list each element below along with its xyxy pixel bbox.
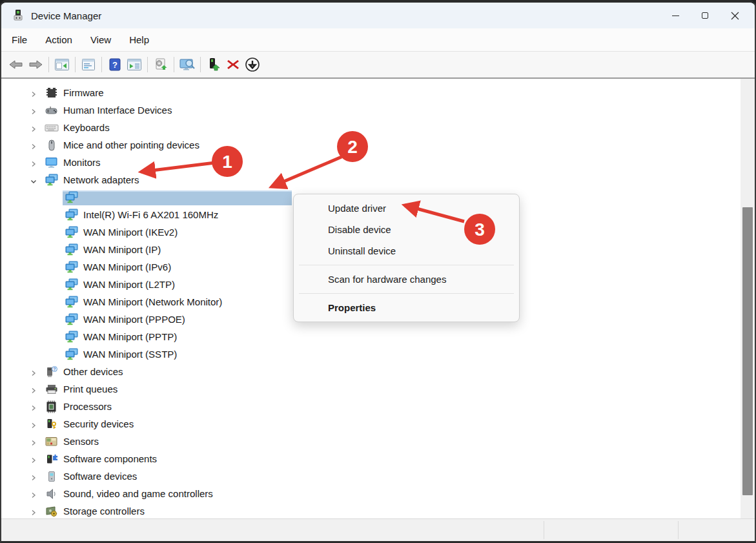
tree-row-mice-and-other-pointing-devices[interactable]: Mice and other pointing devices <box>1 137 739 154</box>
menu-action[interactable]: Action <box>36 28 81 51</box>
disable-device-button[interactable] <box>243 55 262 74</box>
toolbar-separator <box>48 57 49 72</box>
mouse-icon <box>45 139 59 152</box>
tree-label: Security devices <box>63 418 134 429</box>
chevron-collapsed-icon[interactable] <box>30 107 37 114</box>
uninstall-device-button[interactable] <box>223 55 243 74</box>
minimize-button[interactable] <box>660 3 690 28</box>
maximize-button[interactable] <box>690 3 720 28</box>
chevron-collapsed-icon[interactable] <box>30 159 37 167</box>
tree-label: Storage controllers <box>63 506 145 517</box>
tree-row-sound-video-and-game-controllers[interactable]: Sound, video and game controllers <box>1 486 739 503</box>
update-driver-button[interactable] <box>204 55 223 74</box>
tree-label: WAN Miniport (IKEv2) <box>83 227 178 238</box>
menu-view[interactable]: View <box>81 28 120 51</box>
selection-highlight <box>63 190 292 205</box>
tree-row-storage-controllers[interactable]: Storage controllers <box>1 503 739 518</box>
properties-button[interactable] <box>79 55 98 74</box>
printer-icon <box>45 383 59 396</box>
chevron-collapsed-icon[interactable] <box>30 141 37 149</box>
network-icon <box>65 261 79 274</box>
network-icon <box>65 226 79 239</box>
context-menu-item-disable-device[interactable]: Disable device <box>294 219 519 240</box>
context-menu-item-properties[interactable]: Properties <box>294 297 519 318</box>
help-icon: ? <box>108 58 122 71</box>
show-action-pane-button[interactable] <box>125 55 144 74</box>
chevron-collapsed-icon[interactable] <box>30 455 37 463</box>
help-button[interactable]: ? <box>105 55 125 74</box>
tree-row-security-devices[interactable]: Security devices <box>1 416 739 433</box>
chevron-collapsed-icon[interactable] <box>30 420 37 428</box>
tree-row-sensors[interactable]: Sensors <box>1 433 739 451</box>
menu-file[interactable]: File <box>1 28 36 51</box>
tree-row-human-interface-devices[interactable]: Human Interface Devices <box>1 102 739 119</box>
software-component-icon <box>45 453 59 466</box>
tree-label: Mice and other pointing devices <box>63 139 199 150</box>
minimize-icon <box>672 15 679 16</box>
back-button[interactable] <box>6 55 26 74</box>
chevron-collapsed-icon[interactable] <box>30 124 37 132</box>
context-menu-item-scan-for-hardware-changes[interactable]: Scan for hardware changes <box>294 269 519 290</box>
tree-label: Sensors <box>63 436 99 447</box>
svg-text:?: ? <box>54 367 56 371</box>
chevron-collapsed-icon[interactable] <box>30 89 37 97</box>
forward-button[interactable] <box>26 55 45 74</box>
chevron-expanded-icon[interactable] <box>30 176 37 184</box>
properties-icon <box>81 58 96 71</box>
title-bar: Device Manager <box>1 3 755 28</box>
sound-icon <box>45 487 59 500</box>
scan-hardware-changes-button[interactable] <box>178 55 197 74</box>
scrollbar-thumb[interactable] <box>742 207 753 495</box>
tree-label: WAN Miniport (Network Monitor) <box>83 296 222 307</box>
context-menu-separator <box>299 265 514 265</box>
menu-help[interactable]: Help <box>120 28 158 51</box>
security-icon <box>45 418 59 431</box>
network-icon <box>65 243 79 256</box>
tree-label: Print queues <box>63 384 117 394</box>
network-icon <box>65 348 79 361</box>
chevron-collapsed-icon[interactable] <box>30 368 37 376</box>
tree-row-print-queues[interactable]: Print queues <box>1 381 739 398</box>
storage-icon <box>45 505 59 518</box>
show-action-pane-icon <box>127 58 142 71</box>
chevron-collapsed-icon[interactable] <box>30 438 37 446</box>
chevron-collapsed-icon[interactable] <box>30 403 37 411</box>
tree-label: Processors <box>63 401 112 412</box>
chevron-collapsed-icon[interactable] <box>30 385 37 393</box>
tree-row-software-components[interactable]: Software components <box>1 451 739 468</box>
status-separator <box>678 521 679 539</box>
tree-label: Monitors <box>63 157 101 168</box>
menu-bar: FileActionViewHelp <box>1 28 755 52</box>
tree-row-wan-miniport-sstp[interactable]: WAN Miniport (SSTP) <box>1 346 739 364</box>
chevron-collapsed-icon[interactable] <box>30 490 37 498</box>
network-icon <box>65 191 79 204</box>
tree-row-firmware[interactable]: Firmware <box>1 85 739 102</box>
tree-row-wan-miniport-pptp[interactable]: WAN Miniport (PPTP) <box>1 329 739 346</box>
close-button[interactable] <box>720 3 750 28</box>
tree-row-processors[interactable]: Processors <box>1 398 739 416</box>
context-menu-item-update-driver[interactable]: Update driver <box>294 198 519 219</box>
update-driver-software-icon <box>153 57 169 72</box>
toolbar-separator <box>200 57 201 72</box>
context-menu: Update driverDisable deviceUninstall dev… <box>293 194 520 322</box>
firmware-icon <box>45 87 59 99</box>
tree-row-monitors[interactable]: Monitors <box>1 154 739 172</box>
maximize-icon <box>702 12 708 19</box>
context-menu-item-uninstall-device[interactable]: Uninstall device <box>294 240 519 261</box>
window-controls <box>660 3 750 28</box>
tree-row-network-adapters[interactable]: Network adapters <box>1 172 739 189</box>
disable-device-icon <box>245 57 260 72</box>
chevron-collapsed-icon[interactable] <box>30 507 37 515</box>
show-console-tree-button[interactable] <box>52 55 72 74</box>
network-icon <box>65 296 79 309</box>
vertical-scrollbar[interactable] <box>741 79 755 518</box>
monitor-icon <box>45 156 59 169</box>
tree-label: WAN Miniport (L2TP) <box>83 279 175 290</box>
tree-row-software-devices[interactable]: Software devices <box>1 468 739 486</box>
tree-row-other-devices[interactable]: ?Other devices <box>1 364 739 381</box>
chevron-collapsed-icon[interactable] <box>30 473 37 480</box>
update-driver-software-button[interactable] <box>151 55 170 74</box>
tree-label: WAN Miniport (PPPOE) <box>83 314 185 325</box>
tree-row-keyboards[interactable]: Keyboards <box>1 119 739 137</box>
show-console-tree-icon <box>54 58 70 71</box>
